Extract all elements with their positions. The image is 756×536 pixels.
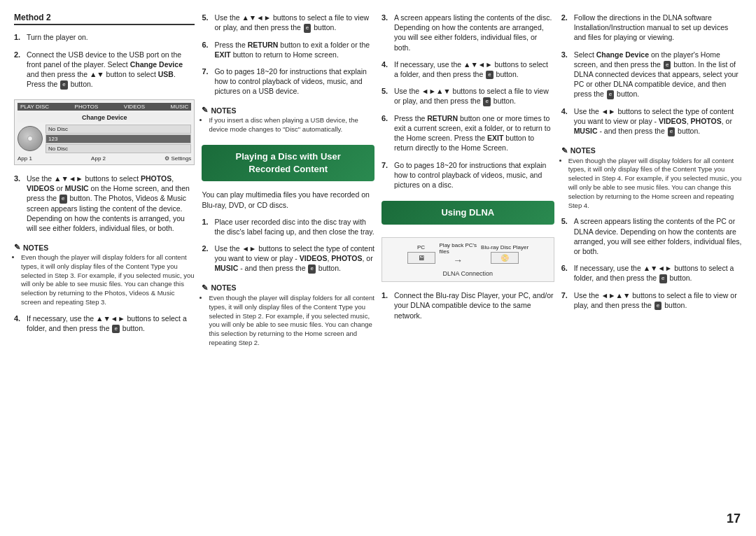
device-screenshot: PLAY DISCPHOTOSVIDEOSMUSIC Change Device… [14,99,195,165]
step-1-1: 1. Turn the player on. [14,32,195,43]
notes-col2b: NOTES Even though the player will displa… [202,283,374,350]
step-2-6: 6. Press the RETURN button to exit a fol… [202,40,374,59]
step-disc-1: 1. Place user recorded disc into the dis… [202,217,374,237]
step-2-7: 7. Go to pages 18~20 for instructions th… [202,66,374,97]
column-3: 3. A screen appears listing the contents… [382,13,554,526]
notes-col2: NOTES If you insert a disc when playing … [202,106,374,136]
step-3-5: 5. Use the ◄►▲▼ buttons to select a file… [382,86,554,106]
step-4-7: 7. Use the ◄►▲▼ buttons to select a file… [561,290,742,311]
step-4-3: 3. Select Change Device on the player's … [561,50,742,99]
step-1-3: 3. Use the ▲▼◄► buttons to select PHOTOS… [14,174,195,233]
step-4-4: 4. Use the ◄► buttons to select the type… [561,106,742,136]
step-1-2: 2. Connect the USB device to the USB por… [14,50,195,90]
step-disc-2: 2. Use the ◄► buttons to select the type… [202,244,374,274]
column-2: 5. Use the ▲▼◄► buttons to select a file… [202,13,374,526]
method-heading: Method 2 [14,13,195,25]
step-3-7: 7. Go to pages 18~20 for instructions th… [382,160,554,190]
using-dlna-banner: Using DLNA [382,201,554,225]
step-2-5: 5. Use the ▲▼◄► buttons to select a file… [202,13,374,33]
step-3-3: 3. A screen appears listing the contents… [382,13,554,52]
step-3-6: 6. Press the RETURN button one or more t… [382,113,554,153]
column-4: 2. Follow the directions in the DLNA sof… [561,13,742,526]
column-1: Method 2 1. Turn the player on. 2. Conne… [14,13,195,526]
step-3-4: 4. If necessary, use the ▲▼◄► buttons to… [382,59,554,80]
playing-disc-banner: Playing a Disc with User Recorded Conten… [202,145,374,181]
notes-col4: NOTES Even though the player will displa… [561,146,742,213]
step-4-6: 6. If necessary, use the ▲▼◄► buttons to… [561,263,742,283]
notes-col1: NOTES Even though the player will displa… [14,243,195,309]
step-1-4: 4. If necessary, use the ▲▼◄► buttons to… [14,313,195,334]
dlna-diagram: PC 🖥 Play back PC'sfiles → Blu-ray Disc … [382,237,554,282]
step-4-2: 2. Follow the directions in the DLNA sof… [561,13,742,43]
page-number: 17 [727,512,741,526]
step-dlna-1: 1. Connect the Blu-ray Disc Player, your… [382,290,554,320]
step-4-5: 5. A screen appears listing the contents… [561,216,742,256]
disc-intro: You can play multimedia files you have r… [202,190,374,209]
